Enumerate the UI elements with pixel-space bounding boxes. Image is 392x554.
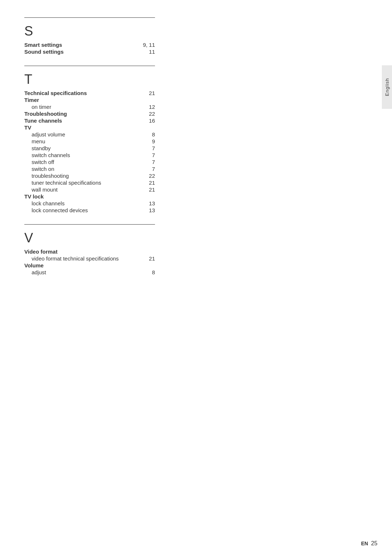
index-entry: tuner technical specifications21 — [24, 180, 155, 186]
entry-page: 22 — [144, 173, 155, 179]
entry-page: 9 — [144, 138, 155, 144]
entry-page: 13 — [144, 200, 155, 206]
entry-label: wall mount — [24, 186, 58, 193]
entry-label: Troubleshooting — [24, 111, 67, 117]
entry-label: tuner technical specifications — [24, 180, 101, 186]
index-entry: video format technical specifications21 — [24, 255, 155, 262]
entry-page: 21 — [144, 255, 155, 262]
content-area: SSmart settings9, 11Sound settings11TTec… — [24, 11, 180, 280]
section-letter-s: S — [24, 24, 180, 39]
side-tab: English — [382, 65, 392, 109]
entry-page: 21 — [144, 180, 155, 186]
index-entry: lock channels13 — [24, 200, 155, 206]
entry-label: TV lock — [24, 193, 44, 200]
section-gap — [24, 56, 180, 59]
section-divider-v — [24, 224, 155, 225]
entry-label: video format technical specifications — [24, 255, 119, 262]
side-tab-label: English — [384, 78, 390, 96]
index-entry: switch on7 — [24, 166, 155, 172]
entry-label: lock connected devices — [24, 207, 88, 213]
entry-label: Smart settings — [24, 42, 62, 48]
footer-lang: EN — [361, 541, 368, 546]
entry-page: 16 — [144, 118, 155, 124]
section-letter-v: V — [24, 230, 180, 246]
entry-page: 9, 11 — [143, 42, 155, 48]
entry-page: 12 — [144, 104, 155, 110]
entry-page: 11 — [144, 49, 155, 55]
index-entry: Technical specifications21 — [24, 90, 155, 96]
index-entry: menu9 — [24, 138, 155, 144]
entry-page: 7 — [144, 152, 155, 158]
section-gap — [24, 276, 180, 280]
index-entry: on timer12 — [24, 104, 155, 110]
entry-label: switch off — [24, 159, 54, 165]
index-entry: Timer — [24, 97, 155, 103]
index-entry: switch off7 — [24, 159, 155, 165]
entry-label: switch on — [24, 166, 54, 172]
index-entry: Tune channels16 — [24, 118, 155, 124]
index-entry: standby7 — [24, 145, 155, 151]
entry-page: 7 — [144, 145, 155, 151]
entry-page: 13 — [144, 207, 155, 213]
index-entry: switch channels7 — [24, 152, 155, 158]
footer-page: 25 — [371, 540, 377, 547]
page-container: English SSmart settings9, 11Sound settin… — [0, 0, 392, 554]
index-entry: Volume — [24, 262, 155, 268]
page-footer: EN 25 — [361, 540, 377, 547]
index-entry: Video format — [24, 249, 155, 255]
entry-label: Timer — [24, 97, 39, 103]
section-divider-t — [24, 66, 155, 66]
entry-label: Volume — [24, 262, 44, 268]
entry-label: lock channels — [24, 200, 65, 206]
index-entry: adjust volume8 — [24, 131, 155, 138]
section-divider-s — [24, 17, 155, 18]
index-entry: Smart settings9, 11 — [24, 42, 155, 48]
entry-page: 22 — [144, 111, 155, 117]
entry-page: 8 — [144, 131, 155, 138]
index-entry: TV lock — [24, 193, 155, 200]
entry-label: adjust volume — [24, 131, 65, 138]
section-letter-t: T — [24, 72, 180, 87]
index-entry: wall mount21 — [24, 186, 155, 193]
index-entry: Troubleshooting22 — [24, 111, 155, 117]
index-entry: Sound settings11 — [24, 49, 155, 55]
entry-label: menu — [24, 138, 45, 144]
entry-page: 21 — [144, 186, 155, 193]
index-entry: adjust8 — [24, 269, 155, 275]
entry-label: Video format — [24, 249, 57, 255]
entry-label: standby — [24, 145, 51, 151]
entry-label: Tune channels — [24, 118, 62, 124]
entry-page: 7 — [144, 166, 155, 172]
entry-page: 7 — [144, 159, 155, 165]
entry-page: 21 — [144, 90, 155, 96]
index-entry: lock connected devices13 — [24, 207, 155, 213]
entry-label: on timer — [24, 104, 51, 110]
entry-label: switch channels — [24, 152, 70, 158]
entry-label: Technical specifications — [24, 90, 87, 96]
entry-label: TV — [24, 124, 31, 131]
entry-label: adjust — [24, 269, 46, 275]
entry-page: 8 — [144, 269, 155, 275]
section-gap — [24, 214, 180, 218]
index-entry: TV — [24, 124, 155, 131]
entry-label: troubleshooting — [24, 173, 69, 179]
entry-label: Sound settings — [24, 49, 64, 55]
index-entry: troubleshooting22 — [24, 173, 155, 179]
